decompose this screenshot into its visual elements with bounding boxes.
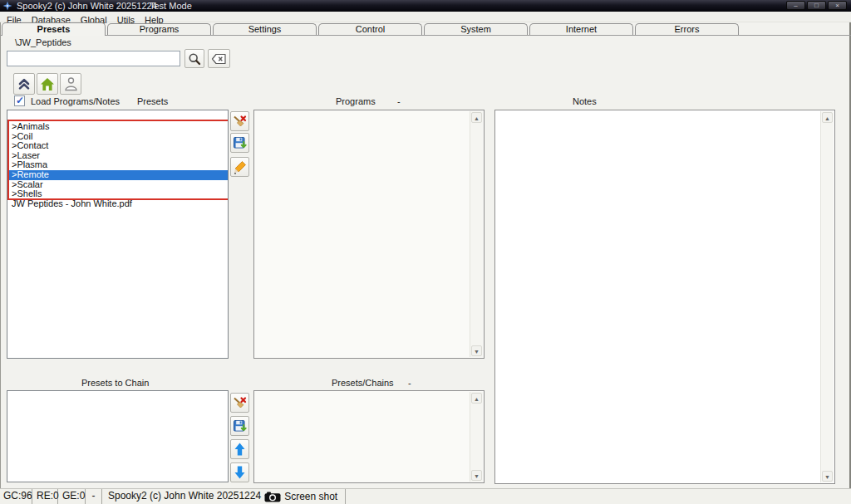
backspace-icon: [211, 53, 227, 65]
app-logo-icon: [2, 1, 12, 11]
collapse-all-button[interactable]: [13, 73, 35, 95]
save-chain-button[interactable]: [230, 416, 249, 436]
load-programs-checkbox[interactable]: [14, 95, 25, 106]
notes-panel[interactable]: [494, 110, 835, 484]
programs-label: Programs: [336, 96, 376, 106]
broom-clear-icon: [233, 396, 247, 410]
save-icon: [233, 419, 247, 433]
tab[interactable]: Presets: [2, 22, 106, 36]
presets-items: >Animals>Coil>Contact>Laser>Plasma>Remot…: [7, 110, 228, 208]
pencil-icon: [234, 160, 247, 174]
programs-status: -: [397, 96, 401, 106]
load-programs-label: Load Programs/Notes: [31, 96, 120, 106]
scroll-down-icon[interactable]: [471, 470, 482, 481]
down-arrow-icon: [234, 465, 246, 480]
maximize-button[interactable]: □: [807, 1, 826, 10]
chains-items: [254, 391, 484, 403]
presets-to-chain-label: Presets to Chain: [81, 378, 149, 388]
notes-content: [495, 110, 834, 122]
tab[interactable]: Programs: [107, 23, 211, 35]
test-mode-label: Test Mode: [150, 0, 192, 12]
preset-item[interactable]: >Remote: [7, 170, 228, 180]
status-re: RE:0: [32, 489, 58, 504]
window-title: Spooky2 (c) John White 20251224: [17, 0, 157, 12]
clear-search-button[interactable]: [208, 49, 230, 68]
screenshot-label: Screen shot: [284, 490, 337, 504]
broom-clear-icon: [233, 115, 247, 129]
user-presets-button[interactable]: [60, 73, 81, 95]
notes-label: Notes: [573, 96, 597, 106]
menu-bar: FileDatabaseGlobalUtilsHelp: [0, 12, 851, 22]
edit-preset-button[interactable]: [230, 157, 249, 177]
minimize-button[interactable]: –: [786, 1, 805, 10]
chains-scrollbar[interactable]: [470, 392, 483, 482]
person-icon: [64, 76, 78, 91]
programs-panel[interactable]: [253, 110, 485, 359]
status-ge: GE:0: [58, 489, 86, 504]
notes-scrollbar[interactable]: [820, 111, 834, 482]
tab[interactable]: Control: [318, 23, 422, 35]
titlebar: Spooky2 (c) John White 20251224 Test Mod…: [0, 0, 851, 12]
app-logo-icon: [2, 1, 12, 11]
scroll-up-icon[interactable]: [471, 112, 482, 123]
tab[interactable]: Settings: [213, 23, 317, 35]
tab-bar: PresetsProgramsSettingsControlSystemInte…: [0, 22, 851, 36]
preset-item[interactable]: >Contact: [7, 141, 228, 151]
presets-to-chain-list[interactable]: [7, 390, 229, 482]
camera-icon: [264, 492, 281, 502]
double-chevron-up-icon: [17, 76, 32, 91]
save-preset-button[interactable]: [230, 133, 249, 153]
move-up-button[interactable]: [230, 439, 249, 459]
scroll-down-icon[interactable]: [822, 471, 833, 482]
save-icon: [233, 136, 247, 150]
status-bar: GC:96 RE:0 GE:0 - Spooky2 (c) John White…: [0, 488, 851, 504]
clear-chain-button[interactable]: [230, 393, 249, 413]
preset-item[interactable]: >Animals: [7, 122, 228, 132]
programs-scrollbar[interactable]: [470, 111, 483, 357]
status-filler: [346, 489, 851, 504]
programs-items: [254, 110, 484, 122]
preset-item[interactable]: JW Peptides - John White.pdf: [7, 199, 228, 209]
search-icon: [188, 52, 201, 66]
screenshot-button[interactable]: Screen shot: [263, 489, 346, 504]
presets-chains-label: Presets/Chains: [332, 378, 394, 388]
clear-presets-button[interactable]: [230, 111, 249, 131]
presets-chains-panel[interactable]: [253, 390, 485, 483]
status-app-title: Spooky2 (c) John White 20251224: [102, 489, 263, 504]
move-down-button[interactable]: [230, 462, 249, 482]
presets-list-label: Presets: [137, 96, 168, 106]
up-arrow-icon: [234, 442, 246, 457]
breadcrumb: \JW_Peptides: [15, 37, 71, 47]
home-button[interactable]: [37, 73, 58, 95]
spooky2-window: Spooky2 (c) John White 20251224 Test Mod…: [0, 0, 851, 504]
home-icon: [40, 77, 55, 91]
tab[interactable]: Internet: [529, 23, 633, 35]
tab[interactable]: Errors: [635, 23, 739, 35]
search-input[interactable]: [7, 51, 180, 66]
close-button[interactable]: ×: [828, 1, 847, 10]
status-gc: GC:96: [0, 489, 32, 504]
status-dash: -: [86, 489, 102, 504]
search-button[interactable]: [184, 49, 204, 68]
chain-items: [7, 391, 228, 403]
tab[interactable]: System: [424, 23, 528, 35]
presets-chains-status: -: [408, 378, 411, 388]
scroll-up-icon[interactable]: [471, 393, 482, 404]
scroll-up-icon[interactable]: [822, 112, 833, 123]
scroll-down-icon[interactable]: [471, 345, 482, 356]
presets-list[interactable]: >Animals>Coil>Contact>Laser>Plasma>Remot…: [7, 110, 229, 359]
preset-item[interactable]: >Shells: [7, 189, 228, 199]
window-controls: – □ ×: [786, 1, 847, 10]
